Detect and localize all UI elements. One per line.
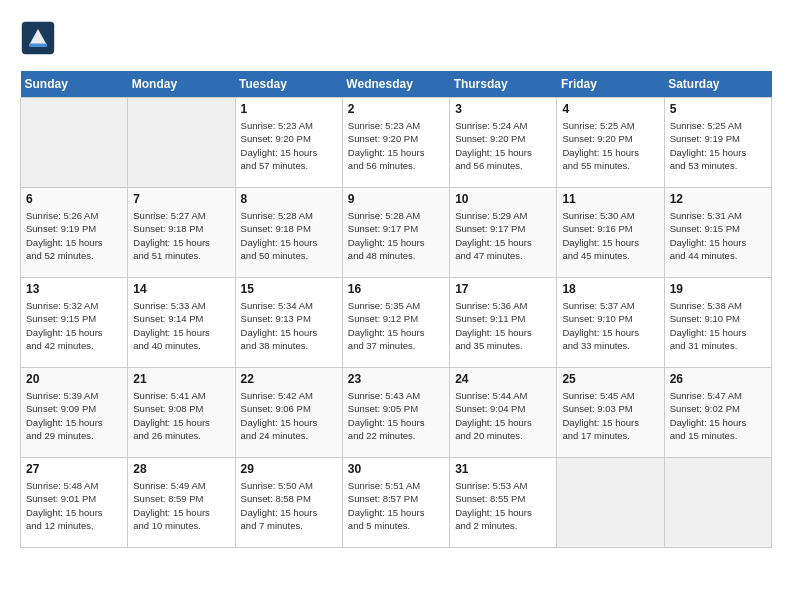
day-info: Sunrise: 5:26 AM Sunset: 9:19 PM Dayligh… [26,209,122,262]
calendar-cell: 22Sunrise: 5:42 AM Sunset: 9:06 PM Dayli… [235,368,342,458]
day-info: Sunrise: 5:30 AM Sunset: 9:16 PM Dayligh… [562,209,658,262]
calendar-cell: 23Sunrise: 5:43 AM Sunset: 9:05 PM Dayli… [342,368,449,458]
day-info: Sunrise: 5:35 AM Sunset: 9:12 PM Dayligh… [348,299,444,352]
calendar-week-3: 13Sunrise: 5:32 AM Sunset: 9:15 PM Dayli… [21,278,772,368]
weekday-friday: Friday [557,71,664,98]
calendar-cell: 24Sunrise: 5:44 AM Sunset: 9:04 PM Dayli… [450,368,557,458]
calendar-cell: 20Sunrise: 5:39 AM Sunset: 9:09 PM Dayli… [21,368,128,458]
calendar-cell: 14Sunrise: 5:33 AM Sunset: 9:14 PM Dayli… [128,278,235,368]
calendar-cell: 11Sunrise: 5:30 AM Sunset: 9:16 PM Dayli… [557,188,664,278]
day-number: 8 [241,192,337,206]
weekday-thursday: Thursday [450,71,557,98]
calendar-cell: 27Sunrise: 5:48 AM Sunset: 9:01 PM Dayli… [21,458,128,548]
calendar-table: SundayMondayTuesdayWednesdayThursdayFrid… [20,71,772,548]
day-info: Sunrise: 5:37 AM Sunset: 9:10 PM Dayligh… [562,299,658,352]
calendar-week-2: 6Sunrise: 5:26 AM Sunset: 9:19 PM Daylig… [21,188,772,278]
calendar-cell: 21Sunrise: 5:41 AM Sunset: 9:08 PM Dayli… [128,368,235,458]
calendar-week-4: 20Sunrise: 5:39 AM Sunset: 9:09 PM Dayli… [21,368,772,458]
day-number: 18 [562,282,658,296]
day-number: 12 [670,192,766,206]
calendar-header: SundayMondayTuesdayWednesdayThursdayFrid… [21,71,772,98]
day-number: 10 [455,192,551,206]
weekday-saturday: Saturday [664,71,771,98]
day-info: Sunrise: 5:31 AM Sunset: 9:15 PM Dayligh… [670,209,766,262]
calendar-cell: 26Sunrise: 5:47 AM Sunset: 9:02 PM Dayli… [664,368,771,458]
calendar-body: 1Sunrise: 5:23 AM Sunset: 9:20 PM Daylig… [21,98,772,548]
day-info: Sunrise: 5:51 AM Sunset: 8:57 PM Dayligh… [348,479,444,532]
calendar-cell [21,98,128,188]
calendar-cell: 7Sunrise: 5:27 AM Sunset: 9:18 PM Daylig… [128,188,235,278]
day-info: Sunrise: 5:32 AM Sunset: 9:15 PM Dayligh… [26,299,122,352]
day-info: Sunrise: 5:38 AM Sunset: 9:10 PM Dayligh… [670,299,766,352]
calendar-cell: 12Sunrise: 5:31 AM Sunset: 9:15 PM Dayli… [664,188,771,278]
day-info: Sunrise: 5:42 AM Sunset: 9:06 PM Dayligh… [241,389,337,442]
day-number: 13 [26,282,122,296]
day-info: Sunrise: 5:24 AM Sunset: 9:20 PM Dayligh… [455,119,551,172]
day-number: 19 [670,282,766,296]
calendar-cell: 5Sunrise: 5:25 AM Sunset: 9:19 PM Daylig… [664,98,771,188]
weekday-wednesday: Wednesday [342,71,449,98]
day-number: 17 [455,282,551,296]
day-info: Sunrise: 5:50 AM Sunset: 8:58 PM Dayligh… [241,479,337,532]
calendar-cell: 4Sunrise: 5:25 AM Sunset: 9:20 PM Daylig… [557,98,664,188]
day-info: Sunrise: 5:29 AM Sunset: 9:17 PM Dayligh… [455,209,551,262]
day-number: 29 [241,462,337,476]
calendar-cell: 10Sunrise: 5:29 AM Sunset: 9:17 PM Dayli… [450,188,557,278]
day-info: Sunrise: 5:27 AM Sunset: 9:18 PM Dayligh… [133,209,229,262]
calendar-cell: 16Sunrise: 5:35 AM Sunset: 9:12 PM Dayli… [342,278,449,368]
calendar-cell: 29Sunrise: 5:50 AM Sunset: 8:58 PM Dayli… [235,458,342,548]
day-number: 7 [133,192,229,206]
day-number: 14 [133,282,229,296]
logo-icon [20,20,56,56]
day-info: Sunrise: 5:41 AM Sunset: 9:08 PM Dayligh… [133,389,229,442]
calendar-cell: 28Sunrise: 5:49 AM Sunset: 8:59 PM Dayli… [128,458,235,548]
day-info: Sunrise: 5:34 AM Sunset: 9:13 PM Dayligh… [241,299,337,352]
day-number: 23 [348,372,444,386]
day-info: Sunrise: 5:25 AM Sunset: 9:19 PM Dayligh… [670,119,766,172]
day-info: Sunrise: 5:43 AM Sunset: 9:05 PM Dayligh… [348,389,444,442]
calendar-cell [664,458,771,548]
calendar-cell: 1Sunrise: 5:23 AM Sunset: 9:20 PM Daylig… [235,98,342,188]
day-info: Sunrise: 5:39 AM Sunset: 9:09 PM Dayligh… [26,389,122,442]
day-number: 30 [348,462,444,476]
calendar-cell: 13Sunrise: 5:32 AM Sunset: 9:15 PM Dayli… [21,278,128,368]
page-header [20,20,772,56]
day-info: Sunrise: 5:28 AM Sunset: 9:18 PM Dayligh… [241,209,337,262]
calendar-cell: 31Sunrise: 5:53 AM Sunset: 8:55 PM Dayli… [450,458,557,548]
day-number: 6 [26,192,122,206]
day-info: Sunrise: 5:53 AM Sunset: 8:55 PM Dayligh… [455,479,551,532]
logo [20,20,62,56]
day-info: Sunrise: 5:49 AM Sunset: 8:59 PM Dayligh… [133,479,229,532]
calendar-cell: 19Sunrise: 5:38 AM Sunset: 9:10 PM Dayli… [664,278,771,368]
day-info: Sunrise: 5:23 AM Sunset: 9:20 PM Dayligh… [348,119,444,172]
day-number: 26 [670,372,766,386]
day-number: 1 [241,102,337,116]
calendar-week-5: 27Sunrise: 5:48 AM Sunset: 9:01 PM Dayli… [21,458,772,548]
day-number: 11 [562,192,658,206]
day-number: 16 [348,282,444,296]
day-number: 2 [348,102,444,116]
day-number: 31 [455,462,551,476]
day-info: Sunrise: 5:48 AM Sunset: 9:01 PM Dayligh… [26,479,122,532]
day-number: 9 [348,192,444,206]
calendar-cell: 2Sunrise: 5:23 AM Sunset: 9:20 PM Daylig… [342,98,449,188]
calendar-cell: 17Sunrise: 5:36 AM Sunset: 9:11 PM Dayli… [450,278,557,368]
weekday-header-row: SundayMondayTuesdayWednesdayThursdayFrid… [21,71,772,98]
day-number: 21 [133,372,229,386]
calendar-cell: 18Sunrise: 5:37 AM Sunset: 9:10 PM Dayli… [557,278,664,368]
calendar-cell [128,98,235,188]
calendar-cell: 6Sunrise: 5:26 AM Sunset: 9:19 PM Daylig… [21,188,128,278]
calendar-cell [557,458,664,548]
weekday-monday: Monday [128,71,235,98]
calendar-cell: 25Sunrise: 5:45 AM Sunset: 9:03 PM Dayli… [557,368,664,458]
day-number: 25 [562,372,658,386]
day-number: 20 [26,372,122,386]
day-number: 22 [241,372,337,386]
day-info: Sunrise: 5:47 AM Sunset: 9:02 PM Dayligh… [670,389,766,442]
day-info: Sunrise: 5:36 AM Sunset: 9:11 PM Dayligh… [455,299,551,352]
day-info: Sunrise: 5:28 AM Sunset: 9:17 PM Dayligh… [348,209,444,262]
day-number: 3 [455,102,551,116]
calendar-cell: 9Sunrise: 5:28 AM Sunset: 9:17 PM Daylig… [342,188,449,278]
day-info: Sunrise: 5:33 AM Sunset: 9:14 PM Dayligh… [133,299,229,352]
day-number: 24 [455,372,551,386]
